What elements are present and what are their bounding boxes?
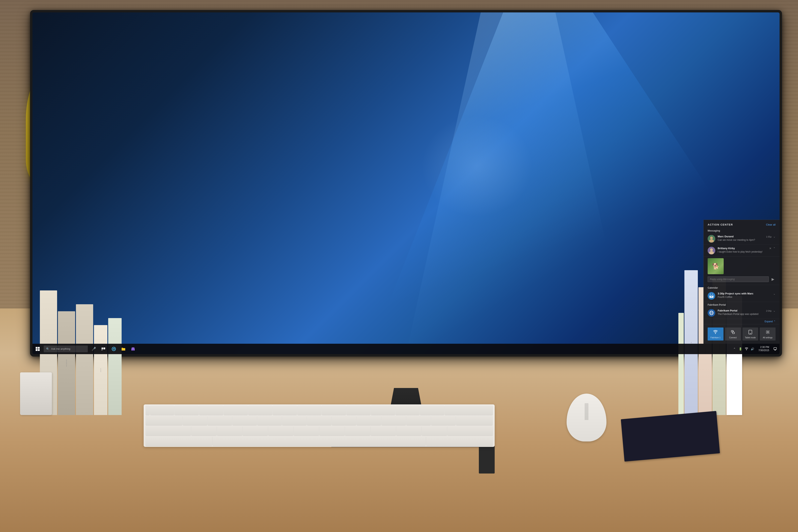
messaging-section: Messaging Marc Durand: [704, 228, 780, 285]
marc-notification-message: Can we move our meeting to 4pm?: [718, 239, 776, 241]
microphone-icon-button[interactable]: 🎤: [89, 347, 98, 351]
marc-sender-name: Marc Durand: [718, 235, 734, 238]
reply-input-field[interactable]: [708, 277, 769, 282]
book-2-title: INTERIOR: [66, 359, 67, 367]
settings-gear-icon: [765, 330, 770, 334]
right-book-1: [678, 313, 684, 415]
fabrikam-header-row: Fabrikam Portal 2:04p ⌄: [718, 309, 776, 312]
all-settings-quick-label: All settings: [763, 337, 772, 339]
expand-label: Expand: [764, 320, 773, 323]
marc-notification-time: 1:55p: [766, 235, 772, 238]
quick-action-connect[interactable]: Connect: [725, 327, 741, 341]
svg-point-19: [710, 248, 713, 251]
tablet-mode-quick-icon: [748, 330, 752, 335]
task-view-button[interactable]: [99, 347, 108, 350]
notification-marc-durand[interactable]: Marc Durand 1:55p ⌄ Can we move our meet…: [704, 233, 780, 245]
key: [294, 426, 319, 435]
calendar-section: Calendar 30: [704, 285, 780, 302]
brittany-collapse-chevron[interactable]: ⌃: [773, 247, 776, 250]
key: [322, 405, 346, 415]
reply-send-button[interactable]: ▶: [771, 276, 776, 282]
notification-fabrikam[interactable]: Fabrikam Portal 2:04p ⌄ The Fabrikam Por…: [704, 307, 780, 319]
fabrikam-section: Fabrikam Portal: [704, 302, 780, 319]
book-2: INTERIOR: [58, 311, 75, 415]
fabrikam-section-title: Fabrikam Portal: [704, 302, 780, 307]
search-bar[interactable]: 🔍 Ask me anything: [44, 345, 88, 352]
calendar-notification-content: 3:30p Project sync with Marc ⌄ Fourth Co…: [718, 292, 776, 299]
key: [426, 436, 493, 446]
keyboard: [144, 404, 495, 447]
action-center-button[interactable]: [771, 344, 780, 353]
fabrikam-notification-time: 2:04p: [766, 310, 772, 312]
brittany-close-button[interactable]: ✕: [769, 247, 772, 250]
book-4-title: ARCHI: [100, 368, 101, 372]
calendar-section-title: Calendar: [704, 285, 780, 290]
edge-browser-button[interactable]: [109, 347, 118, 351]
notification-brittany-kirby[interactable]: Brittany Kirby ✕ ⌃ I taught Duke how to …: [704, 245, 780, 256]
action-center-icon: [774, 347, 777, 350]
marc-avatar-image: [708, 235, 715, 243]
key: [370, 426, 396, 435]
fabrikam-top-right: 2:04p ⌄: [766, 309, 776, 312]
key: [268, 426, 293, 435]
svg-rect-5: [103, 347, 105, 349]
volume-icon[interactable]: 🔊: [750, 344, 755, 353]
notebook: [621, 411, 720, 461]
tablet-icon: [748, 330, 752, 334]
system-clock[interactable]: 2:30 PM 7/30/2015: [757, 346, 771, 352]
key: [243, 426, 268, 435]
key: [282, 416, 306, 425]
key: [332, 416, 356, 425]
expand-row[interactable]: Expand ⌃: [704, 319, 780, 324]
fabrikam-avatar: [708, 309, 715, 317]
file-explorer-button[interactable]: [119, 347, 128, 351]
brittany-notification-message: I taught Duke how to play fetch yesterda…: [718, 250, 776, 253]
keyboard-row-2: [146, 416, 493, 425]
svg-rect-4: [101, 347, 103, 349]
store-icon: [131, 347, 135, 351]
marc-expand-chevron[interactable]: ⌄: [773, 235, 776, 238]
quick-action-all-settings[interactable]: All settings: [760, 327, 776, 341]
brittany-dog-image: [708, 258, 724, 274]
key: [146, 436, 212, 446]
fabrikam-expand-chevron[interactable]: ⌄: [773, 309, 776, 312]
marc-header-row: Marc Durand 1:55p ⌄: [718, 235, 776, 238]
key: [422, 426, 447, 435]
notification-calendar[interactable]: 30 3:30p Project sync with Marc ⌄ Fourth…: [704, 290, 780, 302]
key: [381, 416, 406, 425]
wifi-quick-icon: [713, 330, 718, 334]
expand-chevron-icon: ⌃: [774, 320, 776, 323]
right-book-2: 31: [684, 270, 698, 415]
svg-rect-0: [36, 347, 37, 349]
marc-top-right: 1:55p ⌄: [766, 235, 776, 238]
clear-all-button[interactable]: Clear all: [766, 223, 776, 226]
svg-rect-8: [121, 348, 125, 350]
calendar-event-title: 3:30p Project sync with Marc: [718, 292, 753, 295]
start-button[interactable]: [33, 344, 43, 354]
calendar-expand-chevron[interactable]: ⌄: [773, 292, 776, 295]
key: [346, 405, 370, 415]
key: [146, 426, 191, 435]
taskbar-right-area: ⌃ 🔋 🔊 2:30 PM 7/30/2015: [730, 344, 780, 354]
book-4: ARCHI: [94, 325, 108, 415]
svg-rect-33: [733, 332, 735, 334]
store-button[interactable]: [129, 347, 137, 351]
tablet-mode-quick-label: Tablet mode: [745, 337, 756, 339]
key: [208, 416, 232, 425]
quick-action-fabrikam[interactable]: Fabrikam 1: [708, 327, 723, 341]
key: [420, 405, 444, 415]
taskbar-system-icons: 🎤: [89, 347, 108, 351]
key: [191, 426, 216, 435]
clock-date: 7/30/2015: [759, 349, 769, 352]
svg-point-20: [709, 251, 714, 254]
cup-left: [20, 372, 52, 415]
keyboard-row-3: [146, 426, 493, 435]
chevron-up-icon[interactable]: ⌃: [732, 344, 737, 353]
connect-icon: [731, 330, 735, 334]
reply-row: ▶: [708, 276, 776, 282]
edge-icon: [112, 347, 116, 351]
fabrikam-quick-label: Fabrikam 1: [710, 337, 720, 339]
quick-action-tablet-mode[interactable]: Tablet mode: [742, 327, 758, 341]
svg-point-11: [746, 349, 747, 350]
search-icon: 🔍: [46, 347, 50, 350]
